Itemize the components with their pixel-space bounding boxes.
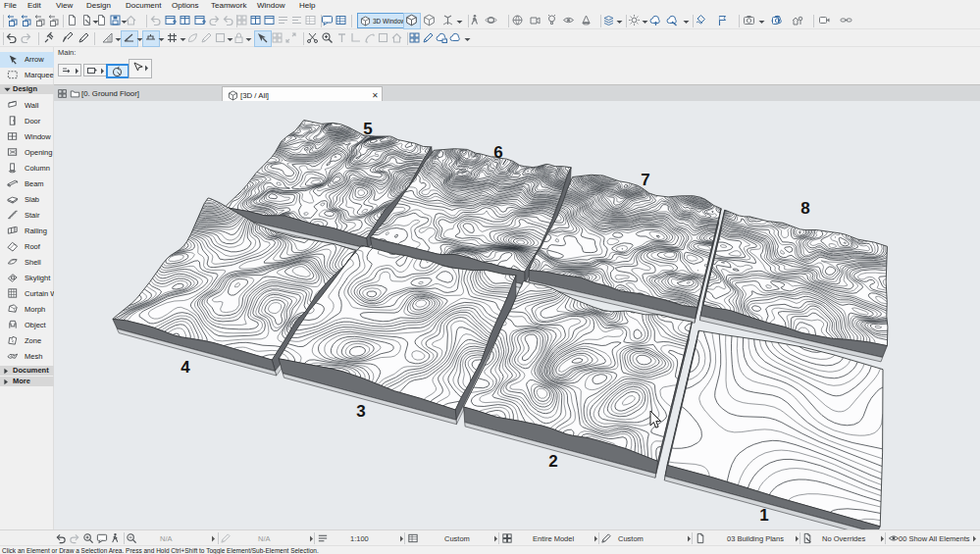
svg-text:6: 6 [493,143,502,162]
svg-text:3: 3 [356,402,365,421]
svg-text:8: 8 [800,199,809,218]
svg-text:2: 2 [548,452,557,471]
svg-text:7: 7 [641,171,649,189]
svg-text:4: 4 [181,358,190,377]
svg-text:1: 1 [759,506,768,525]
svg-text:5: 5 [363,120,372,138]
